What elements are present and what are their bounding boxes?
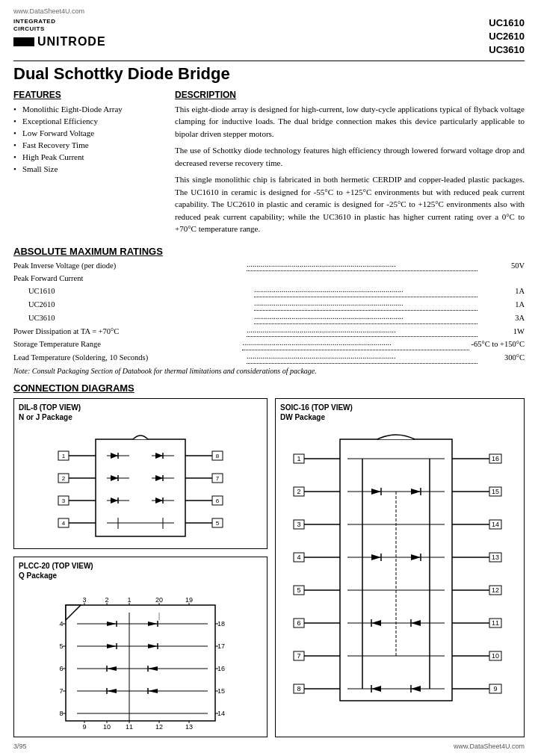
- footer-date: 3/95: [13, 743, 27, 750]
- svg-text:15: 15: [492, 488, 499, 495]
- svg-text:2: 2: [105, 596, 108, 604]
- rating-dots-stor: ........................................…: [242, 337, 469, 350]
- description-para-2: The use of Schottky diode technology fea…: [175, 144, 525, 169]
- unitrode-black-bar: [13, 37, 34, 46]
- svg-rect-46: [66, 605, 215, 721]
- soic16-diagram: SOIC-16 (TOP VIEW) DW Package: [275, 398, 525, 737]
- svg-text:5: 5: [59, 642, 63, 650]
- rating-label-uc1610: UC1610: [28, 285, 252, 299]
- description-para-3: This single monolithic chip is fabricate…: [175, 173, 525, 235]
- rating-dots-uc2610: ........................................…: [254, 297, 477, 311]
- plcc20-diagram: PLCC-20 (TOP VIEW) Q Package 3 2 1: [13, 557, 268, 737]
- soic16-svg: 1 2 3 4 5 6 7: [288, 424, 512, 708]
- soic16-canvas: 1 2 3 4 5 6 7: [280, 424, 519, 708]
- rating-label-lead: Lead Temperature (Soldering, 10 Seconds): [13, 352, 244, 365]
- svg-text:7: 7: [216, 475, 220, 482]
- svg-rect-0: [96, 439, 185, 536]
- description-para-1: This eight-diode array is designed for h…: [175, 103, 525, 140]
- svg-text:15: 15: [217, 687, 225, 695]
- feature-item-4: Fast Recovery Time: [13, 139, 163, 151]
- description-column: DESCRIPTION This eight-diode array is de…: [175, 90, 525, 240]
- svg-text:6: 6: [297, 619, 300, 627]
- plcc20-svg: 3 2 1 20 19 4 5: [28, 583, 253, 732]
- feature-item-1: Monolithic Eight-Diode Array: [13, 103, 163, 115]
- rating-label-stor: Storage Temperature Range: [13, 338, 240, 352]
- svg-text:19: 19: [185, 596, 193, 604]
- unitrode-logo: UNITRODE: [37, 35, 106, 49]
- svg-text:4: 4: [62, 520, 66, 527]
- footer: 3/95 www.DataSheet4U.com: [13, 743, 525, 750]
- rating-label-uc3610: UC3610: [28, 312, 252, 326]
- header-left: INTEGRATED CIRCUITS UNITRODE: [13, 16, 106, 49]
- svg-text:4: 4: [59, 620, 63, 628]
- part-numbers: UC1610 UC2610 UC3610: [489, 16, 525, 58]
- rating-dots-piv: ........................................…: [247, 258, 477, 272]
- svg-text:8: 8: [59, 710, 63, 717]
- svg-text:11: 11: [126, 723, 133, 731]
- svg-text:3: 3: [297, 521, 300, 528]
- features-column: FEATURES Monolithic Eight-Diode Array Ex…: [13, 90, 163, 240]
- rating-dots-uc3610: ........................................…: [254, 311, 477, 324]
- absolute-max-ratings-section: ABSOLUTE MAXIMUM RATINGS Peak Inverse Vo…: [13, 246, 525, 375]
- feature-item-5: High Peak Current: [13, 151, 163, 163]
- svg-text:9: 9: [82, 723, 86, 731]
- svg-text:13: 13: [185, 723, 193, 731]
- svg-text:8: 8: [297, 685, 300, 693]
- svg-text:3: 3: [82, 596, 86, 604]
- svg-text:9: 9: [493, 685, 497, 693]
- main-title: Dual Schottky Diode Bridge: [13, 64, 525, 84]
- svg-text:5: 5: [216, 520, 220, 527]
- rating-label-piv: Peak Inverse Voltage (per diode): [13, 260, 244, 273]
- diagrams-row: DIL-8 (TOP VIEW) N or J Package: [13, 398, 525, 737]
- svg-text:6: 6: [216, 498, 220, 504]
- rating-value-lead: 300°C: [480, 352, 525, 365]
- features-description-section: FEATURES Monolithic Eight-Diode Array Ex…: [13, 90, 525, 240]
- rating-row-piv: Peak Inverse Voltage (per diode) .......…: [13, 260, 525, 273]
- svg-text:13: 13: [492, 554, 499, 561]
- rating-dots-uc1610: ........................................…: [254, 284, 477, 297]
- svg-text:20: 20: [155, 596, 163, 604]
- svg-text:6: 6: [59, 665, 63, 672]
- footer-watermark: www.DataSheet4U.com: [454, 743, 525, 750]
- svg-text:16: 16: [492, 455, 499, 462]
- svg-text:1: 1: [127, 596, 131, 604]
- rating-label-uc2610: UC2610: [28, 299, 252, 312]
- svg-text:12: 12: [492, 586, 499, 594]
- rating-dots-pd: ........................................…: [247, 324, 477, 338]
- svg-text:1: 1: [62, 453, 66, 459]
- soic16-title: SOIC-16 (TOP VIEW): [280, 403, 519, 412]
- svg-text:10: 10: [492, 652, 499, 660]
- rating-value-pd: 1W: [480, 326, 525, 339]
- dil8-diagram: DIL-8 (TOP VIEW) N or J Package: [13, 398, 268, 549]
- top-watermark: www.DataSheet4U.com: [13, 7, 525, 15]
- part-number-1: UC1610: [489, 16, 525, 30]
- right-diagrams-col: SOIC-16 (TOP VIEW) DW Package: [275, 398, 525, 737]
- rating-dots-lead: ........................................…: [247, 350, 477, 364]
- header: INTEGRATED CIRCUITS UNITRODE UC1610 UC26…: [13, 16, 525, 58]
- svg-text:3: 3: [62, 498, 66, 504]
- rating-row-lead: Lead Temperature (Soldering, 10 Seconds)…: [13, 352, 525, 365]
- dil8-svg: 1 2 3 4: [51, 424, 230, 544]
- svg-text:12: 12: [155, 723, 163, 731]
- svg-text:17: 17: [217, 642, 225, 650]
- ratings-note: Note: Consult Packaging Section of Datab…: [13, 367, 525, 375]
- svg-text:10: 10: [103, 723, 111, 731]
- dil8-canvas: 1 2 3 4: [19, 424, 262, 544]
- svg-text:11: 11: [492, 619, 499, 627]
- svg-text:1: 1: [297, 455, 300, 462]
- svg-text:14: 14: [492, 521, 499, 528]
- feature-item-6: Small Size: [13, 163, 163, 175]
- rating-value-stor: -65°C to +150°C: [471, 338, 525, 352]
- features-heading: FEATURES: [13, 90, 163, 100]
- svg-text:4: 4: [297, 554, 300, 561]
- svg-text:18: 18: [217, 620, 225, 628]
- part-number-2: UC2610: [489, 30, 525, 43]
- soic16-subtitle: DW Package: [280, 413, 519, 421]
- svg-text:2: 2: [62, 475, 66, 482]
- connection-diagrams-section: CONNECTION DIAGRAMS DIL-8 (TOP VIEW) N o…: [13, 382, 525, 737]
- feature-item-2: Exceptional Efficiency: [13, 115, 163, 127]
- feature-item-3: Low Forward Voltage: [13, 127, 163, 139]
- svg-text:5: 5: [297, 586, 300, 594]
- page: www.DataSheet4U.com INTEGRATED CIRCUITS …: [0, 0, 538, 756]
- svg-text:7: 7: [59, 687, 63, 695]
